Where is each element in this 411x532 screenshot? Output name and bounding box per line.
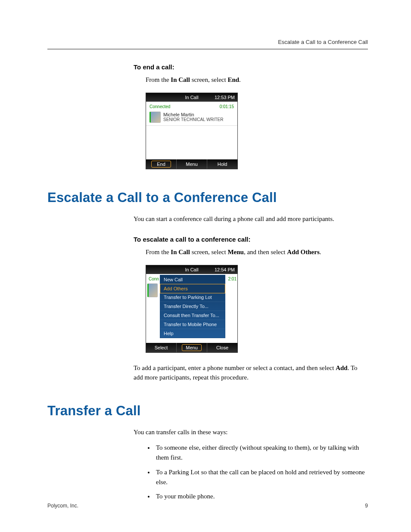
content-block-3: You can transfer calls in these ways: To… [47, 427, 368, 502]
menu-item-transfer-directly[interactable]: Transfer Directly To... [160, 302, 225, 311]
contact-row: Michele Martin SENIOR TECHNICAL WRITER [146, 110, 237, 126]
list-item: To your mobile phone. [154, 492, 368, 501]
bold: Menu [227, 249, 244, 255]
bullet-list: To someone else, either directly (withou… [134, 443, 368, 501]
menu-item-transfer-mobile[interactable]: Transfer to Mobile Phone [160, 320, 225, 329]
text: From the [146, 249, 171, 255]
avatar [147, 283, 158, 297]
running-header: Escalate a Call to a Conference Call [47, 39, 368, 45]
bold: End [227, 76, 239, 83]
menu-item-transfer-parking[interactable]: Transfer to Parking Lot [160, 293, 225, 302]
menu-item-new-call[interactable]: New Call [160, 275, 225, 284]
call-timer: 2:01 [228, 277, 237, 281]
softkey-menu[interactable]: Menu [177, 343, 207, 352]
titlebar: In Call 12:54 PM [146, 265, 237, 274]
spacer [146, 126, 237, 159]
softkey-hold[interactable]: Hold [207, 159, 237, 169]
contact-role: SENIOR TECHNICAL WRITER [163, 117, 223, 122]
text: , and then select [244, 249, 287, 255]
clock: 12:54 PM [215, 267, 235, 272]
titlebar: In Call 12:53 PM [146, 93, 237, 102]
clock: 12:53 PM [215, 95, 235, 100]
task-title-escalate: To escalate a call to a conference call: [134, 236, 368, 243]
text: screen, select [190, 249, 227, 255]
softkey-close[interactable]: Close [207, 343, 237, 352]
screen-body: Conn 2:01 New Call Add Others Transfer t… [146, 274, 237, 343]
menu-item-help[interactable]: Help [160, 329, 225, 338]
page-number: 9 [365, 503, 368, 509]
contact-info: Michele Martin SENIOR TECHNICAL WRITER [163, 112, 223, 122]
text: To add a participant, enter a phone numb… [134, 364, 336, 371]
footer-company: Polycom, Inc. [47, 503, 78, 509]
text: . [239, 76, 241, 83]
list-item: To a Parking Lot so that the call can be… [154, 467, 368, 488]
bold: In Call [171, 76, 190, 83]
avatar [149, 112, 161, 123]
screenshot-in-call: In Call 12:53 PM Connected 0:01:15 Miche… [146, 93, 238, 169]
softkey-menu[interactable]: Menu [177, 159, 207, 169]
heading-escalate: Escalate a Call to a Conference Call [47, 190, 368, 205]
intro-escalate: You can start a conference call during a… [134, 214, 368, 224]
heading-transfer: Transfer a Call [47, 403, 368, 419]
bold: Add Others [287, 249, 319, 255]
softkey-bar: Select Menu Close [146, 343, 237, 352]
screenshot-menu: In Call 12:54 PM Conn 2:01 New Call Add … [146, 265, 238, 353]
status-label: Conn [149, 277, 159, 281]
softkey-select[interactable]: Select [146, 343, 176, 352]
softkey-bar: End Menu Hold [146, 159, 237, 169]
softkey-end[interactable]: End [146, 159, 176, 169]
body-add-participant: To add a participant, enter a phone numb… [134, 363, 368, 383]
highlight-border [151, 161, 171, 168]
text: From the [146, 76, 171, 83]
page: Escalate a Call to a Conference Call To … [0, 0, 411, 532]
menu-popup: New Call Add Others Transfer to Parking … [160, 275, 225, 338]
highlight-border [182, 344, 202, 351]
page-footer: Polycom, Inc. 9 [47, 503, 368, 509]
text: screen, select [190, 76, 227, 83]
bold: In Call [171, 249, 190, 255]
status-row: Connected 0:01:15 [146, 102, 237, 110]
content-block-2: You can start a conference call during a… [47, 214, 368, 383]
task-title-end-call: To end a call: [134, 63, 368, 71]
body-end-call: From the In Call screen, select End. [134, 75, 368, 85]
menu-item-consult-transfer[interactable]: Consult then Transfer To... [160, 311, 225, 320]
body-escalate: From the In Call screen, select Menu, an… [134, 247, 368, 257]
list-item: To someone else, either directly (withou… [154, 443, 368, 463]
text: . [320, 249, 321, 255]
content-block-1: To end a call: From the In Call screen, … [47, 63, 368, 169]
header-rule [47, 49, 368, 50]
menu-item-add-others[interactable]: Add Others [160, 284, 225, 293]
call-timer: 0:01:15 [220, 104, 234, 109]
contact-name: Michele Martin [163, 112, 223, 117]
intro-transfer: You can transfer calls in these ways: [134, 427, 368, 437]
bold: Add [336, 364, 348, 371]
status-label: Connected [149, 104, 170, 109]
